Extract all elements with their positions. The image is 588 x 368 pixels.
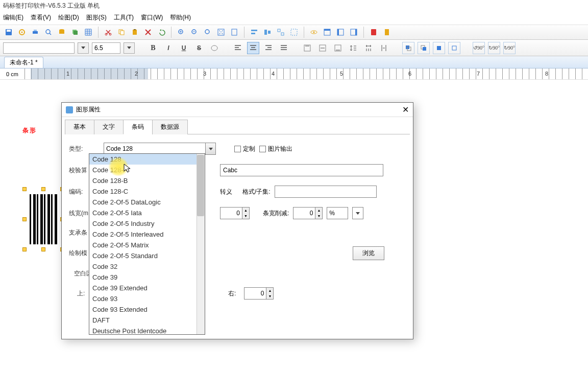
- strike-button[interactable]: S: [193, 42, 205, 54]
- label-bar-reduce: 条宽削减:: [263, 209, 289, 218]
- rotate-180-button[interactable]: ↻90°: [503, 42, 516, 54]
- close-button[interactable]: ✕: [402, 105, 409, 114]
- bold-button[interactable]: B: [147, 42, 159, 54]
- dropdown-item[interactable]: Code 2-Of-5 Standard: [89, 250, 205, 261]
- undo-icon[interactable]: [156, 27, 167, 38]
- line-spacing-button[interactable]: [347, 42, 359, 54]
- dropdown-item[interactable]: Code 2-Of-5 Iata: [89, 208, 205, 218]
- text-spacing-button[interactable]: [378, 42, 390, 54]
- align-left-button[interactable]: [232, 42, 244, 54]
- preview-icon[interactable]: [43, 27, 54, 38]
- type-dropdown-list[interactable]: Code 128 Code 128-A Code 128-B Code 128-…: [89, 153, 205, 335]
- menu-view[interactable]: 查看(V): [31, 13, 51, 22]
- dropdown-item[interactable]: Code 128-C: [89, 186, 205, 197]
- format-subset-input[interactable]: [275, 186, 377, 198]
- dialog-titlebar[interactable]: 图形属性 ✕: [62, 103, 413, 117]
- paste-icon[interactable]: [129, 27, 140, 38]
- eye-icon[interactable]: [308, 27, 320, 38]
- align-icon-2[interactable]: [262, 27, 273, 38]
- italic-button[interactable]: I: [162, 42, 175, 54]
- database-icon[interactable]: [56, 27, 67, 38]
- zoom-fit-icon[interactable]: [202, 27, 213, 38]
- dropdown-item[interactable]: Code 128-A: [89, 165, 205, 175]
- panel-icon-2[interactable]: [335, 27, 346, 38]
- bar-reduce-spinner[interactable]: ▲▼: [293, 207, 323, 219]
- zoom-in-icon[interactable]: [176, 27, 187, 38]
- image-output-checkbox[interactable]: 图片输出: [259, 145, 292, 153]
- copy-icon[interactable]: [116, 27, 127, 38]
- font-family-input[interactable]: [3, 42, 75, 54]
- unit-combobox[interactable]: %: [327, 207, 348, 219]
- dropdown-scrollbar[interactable]: [197, 154, 205, 334]
- dropdown-item[interactable]: Code 93 Extended: [89, 304, 205, 315]
- underline-button[interactable]: U: [178, 42, 190, 54]
- tab-barcode[interactable]: 条码: [123, 120, 153, 134]
- group-icon[interactable]: [275, 27, 286, 38]
- ungroup-icon[interactable]: [288, 27, 300, 38]
- panel-icon-1[interactable]: [322, 27, 333, 38]
- send-back-button[interactable]: [418, 42, 430, 54]
- font-family-dropdown-button[interactable]: [78, 42, 89, 54]
- valign-mid-button[interactable]: [316, 42, 329, 54]
- document-tab[interactable]: 未命名-1 *: [4, 57, 43, 68]
- menu-window[interactable]: 窗口(W): [141, 13, 163, 22]
- tab-text[interactable]: 文字: [94, 120, 124, 134]
- rotate-right-button[interactable]: ↻90°: [488, 42, 500, 54]
- dropdown-item[interactable]: Code 2-Of-5 Interleaved: [89, 229, 205, 240]
- chevron-down-icon[interactable]: [205, 143, 215, 154]
- delete-icon[interactable]: [142, 27, 154, 38]
- panel-icon-3[interactable]: [348, 27, 359, 38]
- align-icon-1[interactable]: [249, 27, 260, 38]
- menu-draw[interactable]: 绘图(D): [58, 13, 79, 22]
- dropdown-item[interactable]: Code 2-Of-5 Matrix: [89, 240, 205, 250]
- print-icon[interactable]: [30, 27, 41, 38]
- dropdown-item[interactable]: Deutsche Post Identcode: [89, 326, 205, 335]
- menu-edit[interactable]: 编辑(E): [3, 13, 23, 22]
- dropdown-item[interactable]: Code 39: [89, 272, 205, 283]
- dropdown-item[interactable]: Code 2-Of-5 Industry: [89, 218, 205, 229]
- custom-checkbox[interactable]: 定制: [234, 145, 255, 153]
- cut-icon[interactable]: [103, 27, 114, 38]
- dropdown-item[interactable]: Code 2-Of-5 DataLogic: [89, 197, 205, 208]
- export-icon[interactable]: [381, 27, 393, 38]
- dropdown-item[interactable]: Code 128-B: [89, 175, 205, 186]
- browse-button[interactable]: 浏览: [353, 246, 384, 260]
- barcode-object[interactable]: [28, 192, 59, 246]
- valign-top-button[interactable]: [301, 42, 313, 54]
- unit-dropdown-arrow[interactable]: [352, 207, 363, 219]
- char-spacing-button[interactable]: [362, 42, 375, 54]
- dropdown-item[interactable]: Code 128: [89, 154, 205, 165]
- valign-bot-button[interactable]: [332, 42, 344, 54]
- align-right-button[interactable]: [262, 42, 275, 54]
- linewidth-spinner[interactable]: ▲▼: [220, 207, 250, 219]
- font-color-button[interactable]: [208, 42, 220, 54]
- zoom-page-icon[interactable]: [229, 27, 240, 38]
- svg-rect-28: [281, 33, 284, 35]
- dropdown-item[interactable]: Code 39 Extended: [89, 283, 205, 293]
- menu-tool[interactable]: 工具(T): [114, 13, 134, 22]
- save-icon[interactable]: [3, 27, 14, 38]
- menu-shape[interactable]: 图形(S): [86, 13, 107, 22]
- font-size-input[interactable]: [92, 42, 120, 54]
- zoom-out-icon[interactable]: [189, 27, 200, 38]
- pdf-icon[interactable]: [368, 27, 379, 38]
- align-justify-button[interactable]: [278, 42, 290, 54]
- dropdown-item[interactable]: Code 32: [89, 261, 205, 272]
- bring-front-button[interactable]: [402, 42, 414, 54]
- menu-help[interactable]: 帮助(H): [170, 13, 191, 22]
- font-size-dropdown-button[interactable]: [124, 42, 135, 54]
- grid-icon[interactable]: [83, 27, 94, 38]
- layers-icon[interactable]: [69, 27, 81, 38]
- tab-basic[interactable]: 基本: [65, 120, 94, 134]
- sample-input[interactable]: [220, 164, 383, 176]
- dropdown-item[interactable]: DAFT: [89, 315, 205, 326]
- forward-button[interactable]: [433, 42, 445, 54]
- align-center-button[interactable]: [247, 42, 259, 54]
- backward-button[interactable]: [448, 42, 460, 54]
- dropdown-item[interactable]: Code 93: [89, 293, 205, 304]
- right-spinner[interactable]: ▲▼: [244, 287, 274, 300]
- gear-icon[interactable]: [16, 27, 28, 38]
- tab-datasource[interactable]: 数据源: [152, 120, 188, 134]
- zoom-extent-icon[interactable]: [215, 27, 227, 38]
- rotate-left-button[interactable]: ↺90°: [473, 42, 485, 54]
